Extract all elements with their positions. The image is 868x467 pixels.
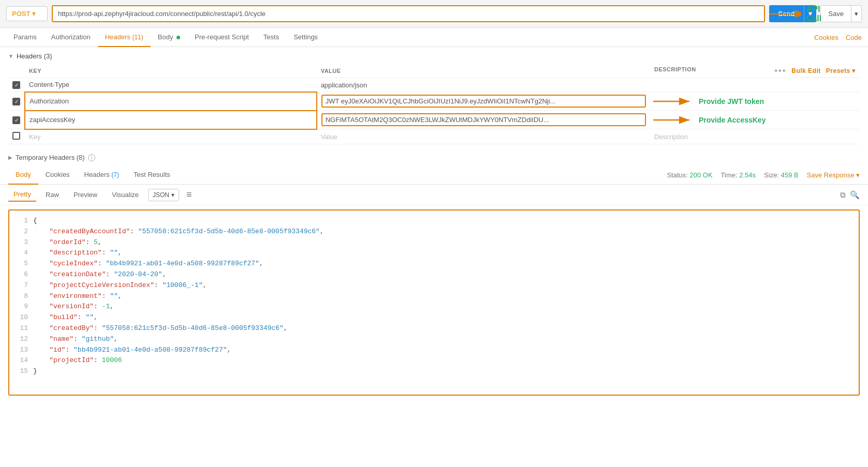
value-outlined-3 bbox=[321, 113, 646, 126]
send-label: Send bbox=[769, 6, 804, 22]
json-line-11: 11 "createdBy": "557058:621c5f3d-5d5b-40… bbox=[18, 323, 850, 334]
format-tab-preview[interactable]: Preview bbox=[68, 188, 102, 201]
response-tab-cookies[interactable]: Cookies bbox=[38, 165, 77, 185]
header-row-1 bbox=[8, 78, 860, 92]
format-tab-raw[interactable]: Raw bbox=[40, 188, 64, 201]
headers-section-header[interactable]: ▼ Headers (3) bbox=[8, 52, 860, 60]
tab-headers[interactable]: Headers (11) bbox=[98, 28, 151, 47]
checkbox-empty[interactable] bbox=[12, 132, 20, 140]
value-outlined-2 bbox=[321, 95, 646, 108]
response-tabs-row: Body Cookies Headers (7) Test Results St… bbox=[0, 165, 868, 185]
json-line-12: 12 "name": "github", bbox=[18, 334, 850, 345]
response-section: Body Cookies Headers (7) Test Results St… bbox=[0, 165, 868, 467]
status-label: Status: 200 OK bbox=[667, 171, 712, 179]
tab-prerequest[interactable]: Pre-request Script bbox=[187, 28, 256, 47]
info-icon: i bbox=[88, 154, 95, 161]
presets-button[interactable]: Presets ▾ bbox=[826, 67, 856, 74]
value-cell-2[interactable]: Provide JWT token bbox=[317, 92, 650, 111]
json-line-3: 3 "orderId": 5, bbox=[18, 237, 850, 248]
key-input-2[interactable] bbox=[30, 97, 312, 105]
value-input-1[interactable] bbox=[321, 81, 646, 89]
checkbox-cell-3[interactable] bbox=[8, 111, 25, 129]
copy-icon[interactable]: ⧉ bbox=[840, 190, 846, 200]
temporary-headers-row[interactable]: ▶ Temporary Headers (8) i bbox=[0, 149, 868, 165]
tab-settings[interactable]: Settings bbox=[286, 28, 325, 47]
response-tab-headers[interactable]: Headers (7) bbox=[77, 165, 126, 185]
bulk-edit-button[interactable]: Bulk Edit bbox=[791, 67, 821, 74]
desc-input-1[interactable] bbox=[654, 81, 856, 89]
format-select-chevron-icon: ▾ bbox=[171, 191, 174, 199]
desc-placeholder: Description bbox=[654, 133, 688, 141]
checkbox-cell-1[interactable] bbox=[8, 78, 25, 92]
desc-cell-3[interactable] bbox=[650, 111, 860, 129]
value-placeholder: Value bbox=[321, 133, 337, 141]
header-row-2: Provide JWT token bbox=[8, 92, 860, 111]
save-dropdown-icon[interactable]: ▾ bbox=[851, 6, 861, 22]
checkbox-3[interactable] bbox=[12, 116, 20, 124]
value-input-2[interactable] bbox=[326, 97, 642, 105]
checkbox-1[interactable] bbox=[12, 81, 20, 89]
checkbox-cell-empty[interactable] bbox=[8, 129, 25, 144]
desc-cell-1[interactable] bbox=[650, 78, 860, 92]
header-row-3: Provide AccessKey bbox=[8, 111, 860, 129]
format-tab-pretty[interactable]: Pretty bbox=[8, 188, 36, 202]
collapse-triangle-icon: ▼ bbox=[8, 53, 13, 59]
response-tab-body[interactable]: Body bbox=[8, 165, 38, 185]
url-input[interactable] bbox=[53, 6, 764, 21]
key-cell-2-outlined[interactable] bbox=[25, 92, 317, 111]
json-line-15: 15 } bbox=[18, 366, 850, 377]
format-tab-visualize[interactable]: Visualize bbox=[107, 188, 144, 201]
save-label: Save bbox=[821, 6, 851, 22]
headers-table-wrapper: KEY VALUE DESCRIPTION ••• Bulk Edit P bbox=[8, 64, 860, 144]
desc-input-3[interactable] bbox=[654, 116, 856, 124]
value-cell-1[interactable] bbox=[317, 78, 650, 92]
search-icon[interactable]: 🔍 bbox=[850, 190, 860, 200]
response-tab-testresults[interactable]: Test Results bbox=[126, 165, 178, 185]
temporary-headers-title: Temporary Headers (8) bbox=[16, 154, 85, 161]
method-chevron: ▾ bbox=[32, 10, 36, 18]
key-cell-1[interactable] bbox=[25, 78, 317, 92]
save-button[interactable]: Save ▾ bbox=[820, 5, 862, 22]
desc-cell-2[interactable] bbox=[650, 92, 860, 111]
json-line-4: 4 "description": "", bbox=[18, 248, 850, 259]
json-line-10: 10 "build": "", bbox=[18, 312, 850, 323]
word-wrap-icon[interactable]: ≡ bbox=[186, 189, 192, 200]
code-format-row: Pretty Raw Preview Visualize JSON ▾ ≡ ⧉ … bbox=[0, 185, 868, 205]
value-cell-empty[interactable]: Value bbox=[317, 129, 650, 144]
header-row-empty: Key Value Description bbox=[8, 129, 860, 144]
th-checkbox bbox=[8, 64, 25, 78]
checkbox-2[interactable] bbox=[12, 98, 20, 106]
size-label: Size: 459 B bbox=[764, 171, 799, 179]
desc-cell-empty[interactable]: Description bbox=[650, 129, 860, 144]
temp-headers-triangle-icon: ▶ bbox=[8, 155, 12, 160]
send-dropdown-icon[interactable]: ▾ bbox=[804, 6, 816, 22]
headers-section: ▼ Headers (3) KEY VALUE bbox=[0, 47, 868, 149]
json-output: 1 { 2 "createdByAccountId": "557058:621c… bbox=[8, 209, 860, 396]
save-response-button[interactable]: Save Response ▾ bbox=[807, 171, 860, 179]
app-container: POST ▾ API C bbox=[0, 0, 868, 467]
tab-tests[interactable]: Tests bbox=[256, 28, 286, 47]
json-line-8: 8 "environment": "", bbox=[18, 291, 850, 302]
tab-body[interactable]: Body bbox=[151, 28, 187, 47]
send-button[interactable]: Send ▾ bbox=[769, 5, 817, 22]
value-input-3[interactable] bbox=[326, 116, 642, 124]
value-cell-3[interactable]: Provide AccessKey bbox=[317, 111, 650, 129]
key-cell-3-outlined[interactable] bbox=[25, 111, 317, 129]
more-options-icon[interactable]: ••• bbox=[774, 66, 786, 76]
code-link[interactable]: Code bbox=[846, 34, 862, 41]
desc-input-2[interactable] bbox=[654, 97, 856, 105]
tab-authorization[interactable]: Authorization bbox=[44, 28, 98, 47]
key-input-1[interactable] bbox=[29, 81, 313, 88]
th-key: KEY bbox=[25, 64, 317, 78]
key-input-3[interactable] bbox=[30, 116, 312, 124]
headers-table: KEY VALUE DESCRIPTION ••• Bulk Edit P bbox=[8, 64, 860, 144]
format-select[interactable]: JSON ▾ bbox=[148, 189, 179, 201]
checkbox-cell-2[interactable] bbox=[8, 92, 25, 111]
key-cell-empty[interactable]: Key bbox=[25, 129, 317, 144]
json-line-1: 1 { bbox=[18, 216, 850, 227]
tab-params[interactable]: Params bbox=[6, 28, 44, 47]
cookies-link[interactable]: Cookies bbox=[814, 34, 838, 41]
code-scroll-area[interactable]: 1 { 2 "createdByAccountId": "557058:621c… bbox=[0, 205, 868, 467]
method-dropdown[interactable]: POST ▾ bbox=[6, 6, 48, 21]
headers-section-title: Headers (3) bbox=[17, 52, 52, 60]
